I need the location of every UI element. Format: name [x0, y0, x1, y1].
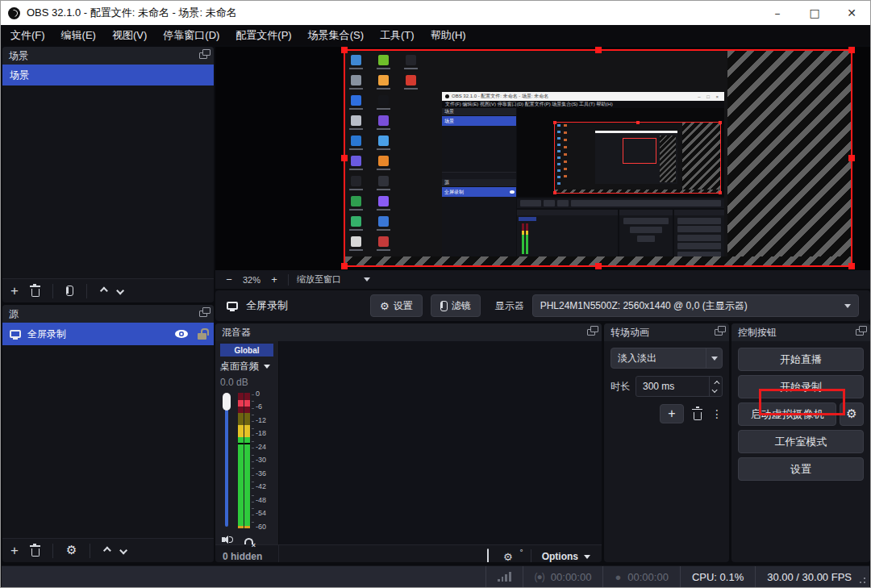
start-recording-button[interactable]: 开始录制: [738, 375, 864, 398]
add-source-button[interactable]: +: [10, 544, 19, 557]
menu-item[interactable]: 编辑(E): [53, 25, 104, 45]
speaker-icon[interactable]: [222, 535, 234, 544]
popout-icon[interactable]: [199, 52, 207, 59]
transition-select-value: 淡入淡出: [611, 352, 656, 365]
resize-grip[interactable]: [864, 582, 865, 583]
transition-select[interactable]: 淡入淡出: [611, 348, 723, 369]
chevron-up-icon: [103, 547, 111, 555]
resize-handle[interactable]: [848, 47, 855, 53]
move-scene-up-button[interactable]: [100, 288, 106, 294]
nested-hatch-bottom: [555, 190, 720, 193]
nested-preview: [517, 108, 724, 197]
menu-item[interactable]: 文件(F): [2, 25, 53, 45]
duration-spinbox[interactable]: 300 ms: [636, 376, 723, 397]
advanced-audio-button[interactable]: ⚙: [496, 551, 520, 563]
popout-icon[interactable]: [199, 311, 207, 317]
menu-item[interactable]: 配置文件(P): [227, 25, 299, 45]
scene-list-item[interactable]: 场景: [2, 65, 214, 85]
nested-filler: [442, 197, 516, 256]
mixer-dock-header[interactable]: 混音器: [215, 323, 602, 341]
mixer-body: Global 桌面音频 0.0 dB: [215, 341, 602, 544]
channel-selector[interactable]: 桌面音频: [220, 360, 278, 373]
maximize-button[interactable]: □: [796, 1, 833, 25]
settings-button[interactable]: 设置: [738, 457, 864, 481]
transitions-dock-header[interactable]: 转场动画: [604, 323, 729, 341]
hidden-count-label: 0 hidden: [215, 545, 279, 562]
resize-handle[interactable]: [341, 263, 348, 269]
move-source-down-button[interactable]: [122, 548, 127, 553]
zoom-in-button[interactable]: +: [269, 273, 280, 286]
chevron-down-icon[interactable]: [364, 277, 370, 281]
menu-item[interactable]: 停靠窗口(D): [155, 25, 227, 45]
nested-hatch: [660, 136, 676, 182]
sources-list[interactable]: 全屏录制: [2, 323, 214, 538]
minimize-button[interactable]: –: [759, 1, 796, 25]
resize-handle[interactable]: [341, 155, 348, 161]
desktop-icon: [378, 115, 389, 126]
source-list-item[interactable]: 全屏录制: [2, 323, 214, 345]
scenes-list[interactable]: 场景: [2, 65, 214, 278]
resize-handle[interactable]: [848, 263, 855, 269]
nested-body: 场景 场景 源 全屏录制: [442, 108, 724, 256]
source-item-label: 全屏录制: [27, 327, 66, 341]
add-transition-button[interactable]: +: [660, 404, 684, 423]
unlock-icon[interactable]: [198, 333, 206, 340]
controls-dock-header[interactable]: 控制按钮: [731, 323, 870, 341]
display-select[interactable]: PHL24M1N5500Z: 2560x1440 @ 0,0 (主显示器): [532, 294, 859, 317]
zoom-level: 32%: [243, 275, 260, 285]
resize-handle[interactable]: [595, 263, 602, 269]
slider-handle[interactable]: [223, 393, 231, 411]
move-source-up-button[interactable]: [103, 548, 109, 553]
spin-up-icon[interactable]: [714, 380, 719, 386]
source-properties-button[interactable]: ⚙: [66, 544, 77, 557]
remove-scene-button[interactable]: [31, 285, 40, 297]
toolbar-separator: [52, 544, 53, 558]
mixer-layout-button[interactable]: [480, 549, 496, 562]
source-settings-button[interactable]: ⚙ 设置: [370, 294, 423, 317]
remove-transition-button[interactable]: [694, 408, 702, 420]
visibility-eye-icon[interactable]: [175, 329, 188, 339]
fps-indicator: 30.00 / 30.00 FPS: [755, 566, 869, 587]
nested-bottom-docks: [517, 210, 724, 256]
resize-handle[interactable]: [341, 47, 348, 53]
resize-handle[interactable]: [848, 155, 855, 161]
menu-item[interactable]: 视图(V): [104, 25, 155, 45]
scenes-dock-header[interactable]: 场景: [2, 47, 214, 65]
preview-canvas[interactable]: OBS 32.1.0 - 配置文件: 未命名 - 场景: 未命名 – □ × 文…: [344, 49, 852, 267]
mixer-options-button[interactable]: Options: [542, 551, 602, 562]
move-scene-down-button[interactable]: [119, 288, 124, 294]
source-filters-button[interactable]: 滤镜: [431, 294, 481, 317]
add-scene-button[interactable]: +: [10, 284, 19, 298]
headphones-muted-icon[interactable]: [244, 538, 253, 544]
close-button[interactable]: ✕: [833, 1, 870, 25]
virtual-camera-settings-button[interactable]: ⚙: [840, 402, 864, 426]
spin-down-icon[interactable]: [712, 386, 718, 392]
popout-icon[interactable]: [587, 329, 595, 336]
menu-item[interactable]: 帮助(H): [423, 25, 474, 45]
channel-name: 桌面音频: [220, 360, 259, 373]
broadcast-icon: (●): [535, 571, 544, 582]
nested-menu: 文件(F) 编辑(E) 视图(V) 停靠窗口(D) 配置文件(P) 场景集合(S…: [442, 101, 724, 108]
desktop-icon: [378, 156, 389, 166]
popout-icon[interactable]: [856, 329, 864, 336]
remove-source-button[interactable]: [31, 544, 40, 557]
start-virtual-camera-button[interactable]: 启动虚拟摄像机: [738, 402, 836, 426]
resize-handle[interactable]: [595, 47, 602, 53]
scene-filters-button[interactable]: [66, 286, 73, 296]
stream-time: 00:00:00: [551, 571, 592, 583]
title-bar[interactable]: OBS 32.1.0 - 配置文件: 未命名 - 场景: 未命名 – □ ✕: [1, 1, 870, 25]
global-tab[interactable]: Global: [220, 344, 273, 357]
desktop-icon: [351, 156, 361, 166]
menu-item[interactable]: 工具(T): [372, 25, 423, 45]
menu-item[interactable]: 场景集合(S): [300, 25, 372, 45]
sources-dock-header[interactable]: 源: [2, 305, 214, 323]
fit-to-window-label[interactable]: 缩放至窗口: [297, 273, 341, 286]
studio-mode-button[interactable]: 工作室模式: [738, 430, 864, 453]
popout-icon[interactable]: [715, 329, 723, 336]
volume-slider[interactable]: [222, 393, 231, 528]
transition-properties-button[interactable]: ⋮: [711, 407, 723, 420]
zoom-out-button[interactable]: −: [223, 273, 235, 286]
preview-area[interactable]: OBS 32.1.0 - 配置文件: 未命名 - 场景: 未命名 – □ × 文…: [215, 47, 870, 270]
start-streaming-button[interactable]: 开始直播: [738, 348, 864, 371]
meter-bar-right: [244, 393, 250, 528]
